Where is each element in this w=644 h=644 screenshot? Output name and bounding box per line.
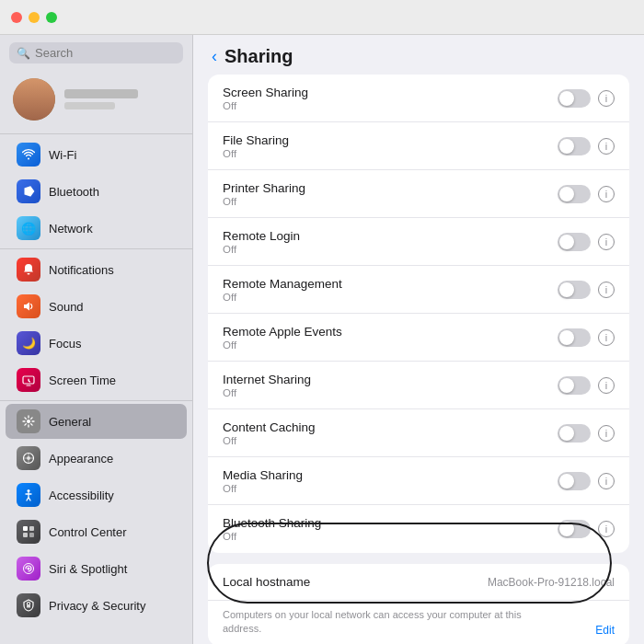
bluetooth-icon: ⭓ [17,179,40,203]
file-sharing-toggle[interactable] [558,137,591,155]
internet-sharing-toggle[interactable] [558,376,591,395]
remote-management-info[interactable]: i [598,282,615,298]
content-caching-info[interactable]: i [598,425,615,442]
sidebar-label-wifi: Wi-Fi [49,148,76,162]
bluetooth-sharing-info[interactable]: i [598,521,615,537]
printer-sharing-info[interactable]: i [598,186,615,202]
screen-sharing-toggle[interactable] [558,89,591,108]
sidebar-label-notifications: Notifications [49,263,114,277]
page-title: Sharing [224,46,293,67]
sidebar-item-privacy[interactable]: Privacy & Security [6,588,187,623]
notifications-icon [17,258,40,282]
row-subtitle: Off [223,387,558,398]
remote-apple-events-toggle[interactable] [558,328,591,347]
hostname-section: Local hostname MacBook-Pro-91218.local C… [208,564,629,644]
sidebar-label-general: General [49,415,91,429]
hostname-subtext: Computers on your local network can acce… [223,608,535,637]
file-sharing-info[interactable]: i [598,138,615,155]
table-row: File Sharing Off i [208,122,629,170]
hostname-label: Local hostname [223,575,488,589]
bluetooth-sharing-toggle[interactable] [558,520,591,538]
row-title: Screen Sharing [223,86,558,99]
row-subtitle: Off [223,531,558,542]
screen-sharing-info[interactable]: i [598,90,615,107]
row-right: i [558,472,615,490]
hostname-right: MacBook-Pro-91218.local [488,576,615,589]
svg-rect-11 [27,604,30,608]
sidebar-item-appearance[interactable]: Appearance [6,441,187,476]
svg-point-10 [28,568,30,570]
internet-sharing-info[interactable]: i [598,377,615,394]
user-profile[interactable] [0,71,192,132]
traffic-lights [11,12,57,23]
row-right: i [558,424,615,443]
hostname-label-wrap: Local hostname [223,575,488,589]
row-right: i [558,185,615,203]
row-right: i [558,89,615,108]
remote-management-toggle[interactable] [558,281,591,299]
row-left: Remote Login Off [223,229,558,255]
row-subtitle: Off [223,483,558,494]
edit-button[interactable]: Edit [595,624,615,637]
row-subtitle: Off [223,292,558,303]
media-sharing-info[interactable]: i [598,473,615,489]
row-left: File Sharing Off [223,133,558,159]
remote-login-info[interactable]: i [598,234,615,250]
sidebar-item-accessibility[interactable]: Accessibility [6,477,187,512]
sidebar-label-bluetooth: Bluetooth [49,185,99,199]
sidebar-item-focus[interactable]: 🌙 Focus [6,326,187,361]
svg-rect-6 [29,526,34,531]
search-input[interactable] [35,46,176,60]
sidebar-item-general[interactable]: General [6,404,187,439]
focus-icon: 🌙 [17,331,40,355]
svg-point-3 [27,456,30,460]
network-icon: 🌐 [17,216,40,240]
row-right: i [558,281,615,299]
row-title: Remote Apple Events [223,325,558,339]
privacy-icon [17,593,40,617]
wifi-icon [17,143,40,167]
row-title: Content Caching [223,420,558,434]
maximize-button[interactable] [46,12,57,23]
sidebar-label-screentime: Screen Time [49,374,116,387]
sidebar-item-wifi[interactable]: Wi-Fi [6,137,187,172]
media-sharing-toggle[interactable] [558,472,591,490]
remote-login-toggle[interactable] [558,233,591,251]
row-subtitle: Off [223,148,558,159]
sidebar-item-notifications[interactable]: Notifications [6,252,187,287]
sidebar-label-focus: Focus [49,337,81,351]
printer-sharing-toggle[interactable] [558,185,591,203]
sidebar-item-bluetooth[interactable]: ⭓ Bluetooth [6,174,187,209]
hostname-row: Local hostname MacBook-Pro-91218.local [208,564,629,601]
content-caching-toggle[interactable] [558,424,591,443]
sidebar-label-sound: Sound [49,300,84,314]
sidebar-item-screentime[interactable]: Screen Time [6,362,187,397]
sidebar-item-siri[interactable]: Siri & Spotlight [6,551,187,586]
search-bar: 🔍 [0,35,192,71]
table-row: Internet Sharing Off i [208,362,629,409]
row-title: Remote Login [223,229,558,243]
accessibility-icon [17,483,40,507]
sidebar-item-network[interactable]: 🌐 Network [6,211,187,246]
table-row: Remote Apple Events Off i [208,314,629,362]
row-subtitle: Off [223,196,558,207]
content-scroll: Screen Sharing Off i File Sharing Off [193,75,644,644]
sidebar-item-sound[interactable]: Sound [6,289,187,324]
back-button[interactable]: ‹ [212,47,217,66]
row-left: Content Caching Off [223,420,558,446]
search-input-wrap[interactable]: 🔍 [9,42,183,63]
sidebar-item-controlcenter[interactable]: Control Center [6,514,187,549]
row-subtitle: Off [223,435,558,446]
remote-apple-events-info[interactable]: i [598,329,615,346]
row-title: Printer Sharing [223,181,558,195]
user-name [64,89,138,98]
sidebar-label-appearance: Appearance [49,452,113,466]
siri-icon [17,557,40,581]
close-button[interactable] [11,12,22,23]
avatar [13,78,55,121]
main-layout: 🔍 Wi-Fi [0,35,644,644]
row-left: Screen Sharing Off [223,86,558,111]
table-row: Printer Sharing Off i [208,170,629,218]
minimize-button[interactable] [29,12,40,23]
row-title: File Sharing [223,133,558,147]
